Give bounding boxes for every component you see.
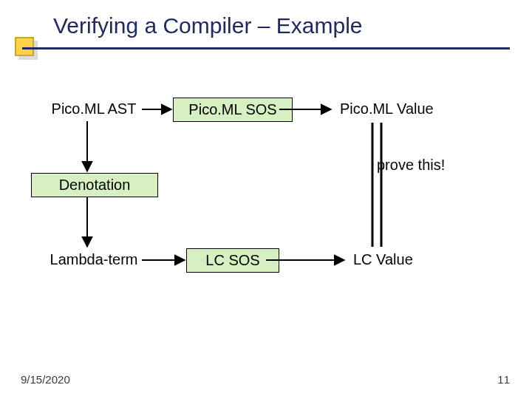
footer-date: 9/15/2020 — [21, 373, 70, 386]
title-underline — [22, 47, 510, 50]
title-bullet-icon — [15, 37, 34, 56]
slide-title-bar: Verifying a Compiler – Example — [0, 13, 532, 50]
node-lc-sos: LC SOS — [186, 248, 279, 273]
label-prove-this: prove this! — [369, 154, 452, 177]
diagram-arrows — [0, 0, 532, 399]
slide-title: Verifying a Compiler – Example — [53, 13, 363, 38]
node-picoml-sos: Pico.ML SOS — [173, 98, 293, 122]
node-picoml-value: Pico.ML Value — [332, 98, 441, 120]
node-lc-value: LC Value — [346, 248, 420, 271]
node-denotation: Denotation — [31, 173, 158, 197]
node-lambda-term: Lambda-term — [31, 248, 157, 271]
node-picoml-ast: Pico.ML AST — [31, 98, 157, 120]
footer-page-number: 11 — [497, 373, 510, 386]
